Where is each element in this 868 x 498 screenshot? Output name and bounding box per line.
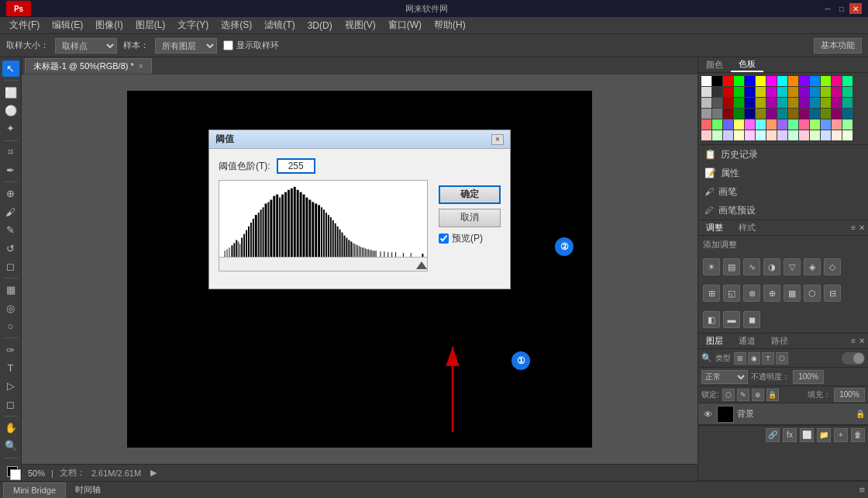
adj-panel-ctrl1[interactable]: ≡	[851, 223, 856, 232]
color-swatch[interactable]	[734, 130, 744, 140]
color-lookup-adj-icon[interactable]: ▦	[784, 285, 801, 302]
lock-all-icon[interactable]: 🔒	[766, 389, 779, 401]
color-swatch[interactable]	[723, 98, 733, 108]
selective-color-adj-icon[interactable]: ◼	[743, 311, 760, 328]
fill-input[interactable]	[834, 388, 865, 402]
timeline-tab[interactable]: 时间轴	[66, 482, 110, 498]
color-swatch[interactable]	[712, 119, 722, 130]
dialog-close-button[interactable]: ×	[491, 134, 504, 145]
document-tab[interactable]: 未标题-1 @ 50%(RGB/8) * ×	[25, 58, 152, 74]
brush-tool[interactable]: 🖌	[2, 204, 19, 220]
color-swatch[interactable]	[777, 76, 787, 86]
blend-mode-select[interactable]: 正常	[701, 370, 748, 384]
color-swatch[interactable]	[766, 76, 777, 86]
layer-visibility-toggle[interactable]: 👁	[701, 408, 714, 420]
color-swatch[interactable]	[701, 98, 711, 108]
color-swatch[interactable]	[799, 98, 809, 108]
color-swatch[interactable]	[723, 119, 733, 130]
show-ring-checkbox[interactable]: 显示取样环	[223, 40, 279, 51]
color-swatch[interactable]	[701, 109, 711, 119]
show-ring-input[interactable]	[223, 40, 233, 50]
color-swatch[interactable]	[821, 76, 831, 86]
color-swatch[interactable]	[701, 130, 711, 140]
filter-shape-icon[interactable]: ⬡	[776, 352, 788, 365]
filter-adjust-icon[interactable]: ◉	[748, 352, 760, 365]
adjustments-tab[interactable]: 调整	[698, 220, 731, 235]
color-swatch[interactable]	[799, 87, 809, 97]
eraser-tool[interactable]: ◻	[2, 258, 19, 275]
color-swatch[interactable]	[745, 109, 755, 119]
color-swatch[interactable]	[832, 130, 842, 140]
layers-panel-close[interactable]: ✕	[859, 337, 865, 345]
menu-item[interactable]: 窗口(W)	[382, 17, 428, 33]
levels-adj-icon[interactable]: ▤	[723, 258, 740, 275]
color-swatch[interactable]	[734, 109, 744, 119]
color-swatch[interactable]	[810, 119, 820, 130]
eyedropper-tool[interactable]: ✒	[2, 162, 19, 178]
color-swatch[interactable]	[756, 119, 766, 130]
opacity-input[interactable]	[793, 370, 824, 384]
color-swatch[interactable]	[734, 76, 744, 86]
lock-paint-icon[interactable]: ✎	[737, 389, 749, 401]
filter-text-icon[interactable]: T	[762, 352, 774, 365]
color-swatch[interactable]	[788, 98, 798, 108]
color-swatch[interactable]	[745, 87, 755, 97]
layer-style-button[interactable]: fx	[783, 428, 797, 442]
layers-panel-ctrl[interactable]: ≡	[851, 337, 856, 345]
gradient-map-adj-icon[interactable]: ▬	[723, 311, 740, 328]
color-swatch[interactable]	[788, 130, 798, 140]
status-arrow[interactable]: ▶	[150, 468, 157, 478]
paths-tab[interactable]: 路径	[763, 334, 796, 348]
color-swatch[interactable]	[723, 87, 733, 97]
color-tab[interactable]: 颜色	[698, 57, 731, 72]
color-swatch[interactable]	[832, 109, 842, 119]
color-swatch[interactable]	[756, 76, 766, 86]
color-swatch[interactable]	[766, 109, 777, 119]
new-group-button[interactable]: 📁	[817, 428, 831, 442]
color-swatch[interactable]	[810, 130, 820, 140]
gradient-tool[interactable]: ▦	[2, 282, 19, 298]
color-swatch[interactable]	[832, 87, 842, 97]
color-swatch[interactable]	[723, 109, 733, 119]
channels-tab[interactable]: 通道	[731, 334, 763, 348]
color-swatch[interactable]	[788, 109, 798, 119]
color-swatch[interactable]	[712, 76, 722, 86]
color-swatch[interactable]	[745, 76, 755, 86]
cancel-button[interactable]: 取消	[439, 209, 501, 227]
color-swatch[interactable]	[810, 109, 820, 119]
color-swatch[interactable]	[832, 98, 842, 108]
color-swatch[interactable]	[821, 87, 831, 97]
color-swatch[interactable]	[712, 87, 722, 97]
color-swatch[interactable]	[777, 98, 787, 108]
canvas-container[interactable]: www.tqzjsmc.NET 阈值 × 阈值色阶(T):	[22, 74, 698, 464]
color-swatch[interactable]	[799, 130, 809, 140]
dialog-title-bar[interactable]: 阈值 ×	[209, 130, 510, 149]
color-swatch[interactable]	[821, 130, 831, 140]
photo-filter-adj-icon[interactable]: ⊗	[743, 285, 760, 302]
restore-button[interactable]: □	[835, 3, 848, 14]
invert-adj-icon[interactable]: ⬡	[804, 285, 821, 302]
threshold-input[interactable]	[277, 158, 315, 174]
color-swatch[interactable]	[723, 76, 733, 86]
color-swatch[interactable]	[788, 119, 798, 130]
hue-adj-icon[interactable]: ◈	[804, 258, 821, 275]
color-swatch[interactable]	[701, 119, 711, 130]
color-balance-adj-icon[interactable]: ⊞	[703, 285, 720, 302]
close-button[interactable]: ✕	[849, 3, 862, 14]
color-swatch[interactable]	[756, 130, 766, 140]
color-swatch[interactable]	[712, 98, 722, 108]
color-swatch[interactable]	[712, 109, 722, 119]
move-tool[interactable]: ↖	[2, 61, 19, 77]
menu-item[interactable]: 图像(I)	[89, 17, 129, 33]
color-swatch[interactable]	[701, 87, 711, 97]
exposure-adj-icon[interactable]: ◑	[763, 258, 780, 275]
color-swatch[interactable]	[842, 98, 852, 108]
clone-tool[interactable]: ✎	[2, 222, 19, 238]
color-swatch[interactable]	[766, 87, 777, 97]
color-swatch[interactable]	[745, 130, 755, 140]
color-swatch[interactable]	[734, 119, 744, 130]
color-swatch[interactable]	[766, 130, 777, 140]
color-swatch[interactable]	[788, 87, 798, 97]
slider-track[interactable]	[219, 258, 428, 271]
color-swatch[interactable]	[766, 119, 777, 130]
